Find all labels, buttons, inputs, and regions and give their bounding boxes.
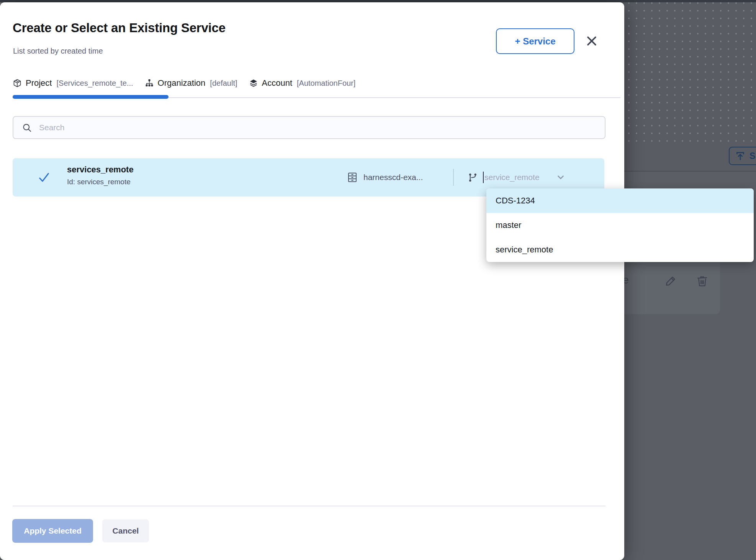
tab-organization-label: Organization (158, 78, 206, 88)
cancel-button[interactable]: Cancel (102, 519, 149, 542)
close-icon (585, 34, 598, 47)
service-name-block: services_remote Id: services_remote (67, 165, 134, 186)
cube-icon (13, 79, 22, 88)
service-id: Id: services_remote (67, 178, 134, 186)
row-divider (453, 169, 454, 186)
save-button-partial[interactable]: S (729, 147, 756, 165)
branch-option-service-remote[interactable]: service_remote (486, 237, 754, 262)
branch-input-placeholder: service_remote (484, 173, 540, 182)
edit-icon[interactable] (664, 275, 677, 288)
delete-icon[interactable] (696, 275, 708, 287)
apply-selected-button[interactable]: Apply Selected (12, 519, 93, 543)
active-tab-indicator (13, 95, 169, 99)
add-service-button[interactable]: + Service (496, 28, 574, 54)
repo-info: harnesscd-exa... (347, 172, 423, 183)
chevron-down-icon[interactable] (556, 172, 566, 182)
screen: e S Create or Select an Existing Service… (0, 0, 756, 560)
tab-account-scope: [AutomationFour] (297, 79, 355, 88)
upload-icon (735, 151, 745, 161)
close-button[interactable] (583, 32, 601, 50)
text-cursor (483, 172, 484, 183)
search-icon (22, 123, 32, 133)
modal-subtitle: List sorted by created time (13, 47, 103, 56)
repository-icon (347, 172, 358, 183)
tab-project-scope: [Services_remote_te... (56, 79, 133, 88)
git-branch-icon (468, 172, 478, 183)
tab-project-label: Project (26, 78, 52, 88)
service-select-modal: Create or Select an Existing Service Lis… (0, 2, 624, 560)
branch-option-master[interactable]: master (486, 213, 754, 237)
search-input[interactable] (39, 123, 605, 132)
branch-option-cds-1234[interactable]: CDS-1234 (486, 188, 754, 213)
tab-project[interactable]: Project [Services_remote_te... (13, 78, 133, 88)
search-box (13, 116, 605, 139)
tab-organization[interactable]: Organization [default] (145, 78, 237, 88)
scope-tabs: Project [Services_remote_te... Organ (13, 78, 624, 101)
repo-name: harnesscd-exa... (363, 173, 423, 182)
selected-check-icon (37, 171, 51, 183)
footer-divider (13, 506, 605, 506)
branch-dropdown-menu: CDS-1234 master service_remote (486, 188, 754, 262)
tab-account[interactable]: Account [AutomationFour] (249, 78, 356, 88)
service-name: services_remote (67, 165, 134, 175)
layers-icon (249, 79, 258, 88)
save-button-label: S (749, 151, 755, 161)
branch-select[interactable]: service_remote (468, 172, 566, 183)
tab-organization-scope: [default] (210, 79, 237, 88)
tab-account-label: Account (262, 78, 293, 88)
org-sitemap-icon (145, 79, 154, 88)
modal-title: Create or Select an Existing Service (13, 21, 226, 35)
